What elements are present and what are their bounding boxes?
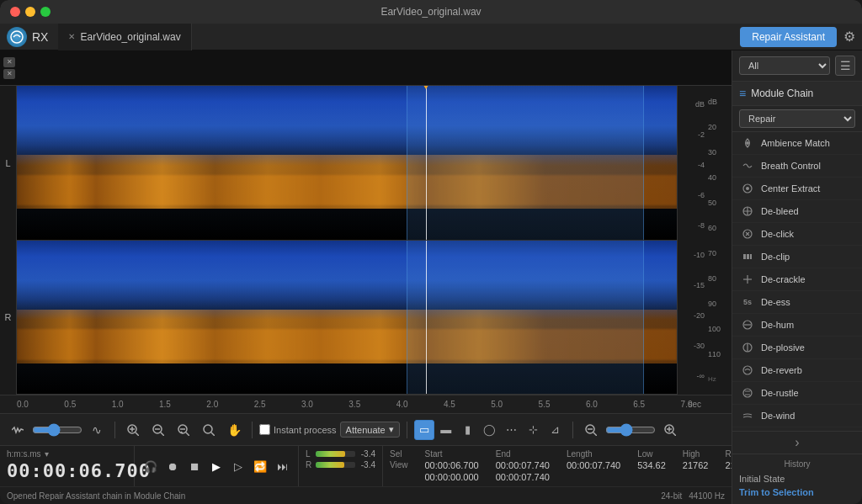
zoom-in-right[interactable] [659, 419, 681, 441]
svg-line-6 [161, 432, 164, 436]
record-btn[interactable]: ⏺ [163, 457, 182, 475]
more-button[interactable]: › [732, 431, 862, 454]
db-tick-10: -10 [679, 251, 705, 259]
right-panel: All ☰ ≡ Module Chain Repair Ambience Mat… [732, 50, 862, 504]
zoom-fit-btn[interactable] [173, 419, 194, 441]
module-item-de-ess[interactable]: 5s De-ess [732, 291, 862, 314]
hand-tool-btn[interactable]: ✋ [223, 419, 245, 441]
zoom-slider-right[interactable] [605, 423, 656, 437]
module-chain-header[interactable]: ≡ Module Chain [732, 82, 862, 106]
de-clip-label: De-clip [761, 252, 790, 262]
start-label: Start [425, 449, 479, 459]
svg-line-18 [673, 432, 676, 436]
attenuate-dropdown[interactable]: Attenuate ▾ [340, 422, 400, 438]
zoom-out-right[interactable] [580, 419, 602, 441]
titlebar: EarVideo_original.wav [0, 0, 862, 24]
zoom-in-btn[interactable] [122, 419, 144, 441]
headphone-btn[interactable]: 🎧 [141, 457, 160, 475]
minimize-button[interactable] [25, 7, 35, 17]
repair-assistant-button[interactable]: Repair Assistant [740, 27, 837, 47]
file-tab[interactable]: ✕ EarVideo_original.wav [58, 24, 191, 50]
toolbar: ∿ ✋ Instant process Attenuate ▾ [0, 413, 732, 445]
de-plosive-label: De-plosive [761, 342, 805, 353]
svg-point-23 [746, 187, 749, 190]
module-chain-label: Module Chain [751, 88, 813, 99]
waves-btn[interactable]: ∿ [86, 419, 108, 441]
play-selection-btn[interactable]: ▷ [229, 457, 247, 475]
tick-0: 0.0 [17, 400, 64, 409]
spectrogram-channel-l[interactable] [17, 86, 677, 241]
svg-point-0 [11, 31, 23, 43]
close-button[interactable] [10, 7, 20, 17]
zoom-freq-btn[interactable] [198, 419, 220, 441]
hz-label: Hz [708, 375, 730, 383]
loop-btn[interactable]: 🔁 [251, 457, 269, 475]
overview-ctrl-bottom[interactable]: ✕ [3, 69, 15, 79]
history-item-initial[interactable]: Initial State [739, 472, 855, 485]
play-btn[interactable]: ▶ [207, 457, 226, 475]
overview-ctrl-top[interactable]: ✕ [3, 57, 15, 67]
zoom-out-btn[interactable] [147, 419, 169, 441]
transport-controls: 🎧 ⏺ ⏹ ▶ ▷ 🔁 ⏭ [135, 446, 299, 486]
selection-tools: ▭ ▬ ▮ ◯ ⋯ ⊹ ⊿ [414, 420, 566, 440]
tab-close-icon[interactable]: ✕ [68, 32, 75, 41]
panel-menu-button[interactable]: ☰ [835, 56, 855, 76]
db-tick-30: -30 [679, 342, 705, 350]
info-col-length: Length 00:00:07.740 [567, 449, 620, 470]
module-item-de-crackle[interactable]: De-crackle [732, 268, 862, 291]
module-item-de-hum[interactable]: De-hum [732, 314, 862, 337]
magic-wand-tool[interactable]: ⊿ [545, 420, 566, 440]
module-item-breath-control[interactable]: Breath Control [732, 155, 862, 178]
de-wind-icon [741, 409, 754, 422]
window-controls[interactable] [10, 7, 51, 17]
skip-btn[interactable]: ⏭ [273, 457, 291, 475]
module-item-de-wind[interactable]: De-wind [732, 405, 862, 427]
db-tick-4: -4 [679, 161, 705, 169]
rect-select-tool[interactable]: ▭ [414, 420, 434, 440]
ambience-match-icon [741, 136, 754, 150]
levels-area: L -3.4 R -3.4 [299, 446, 383, 486]
channel-labels: L R [0, 86, 17, 395]
panel-filter-select[interactable]: All [739, 56, 830, 75]
stop-btn[interactable]: ⏹ [185, 457, 204, 475]
maximize-button[interactable] [40, 7, 51, 17]
timecode-dropdown-icon[interactable]: ▾ [45, 449, 49, 459]
waveform-btn[interactable] [7, 419, 29, 441]
de-ess-icon: 5s [741, 295, 754, 309]
instant-process-checkbox[interactable] [259, 424, 270, 435]
separator-3 [407, 422, 407, 438]
brush-tool[interactable]: ⊹ [524, 420, 544, 440]
freq-select-tool[interactable]: ▮ [458, 420, 478, 440]
breath-control-label: Breath Control [761, 161, 821, 171]
hz-40: 40 [708, 173, 730, 182]
module-item-center-extract[interactable]: Center Extract [732, 178, 862, 200]
lasso-tool[interactable]: ◯ [480, 420, 500, 440]
info-col-freq: Low 534.62 [637, 449, 666, 470]
app-name: RX [32, 30, 48, 44]
de-clip-icon [741, 250, 754, 263]
module-item-de-clip[interactable]: De-clip [732, 246, 862, 268]
module-item-de-plosive[interactable]: De-plosive [732, 337, 862, 359]
svg-point-38 [743, 389, 752, 397]
settings-icon[interactable]: ⚙ [843, 29, 855, 45]
svg-line-2 [136, 432, 139, 436]
history-item-trim[interactable]: Trim to Selection [739, 485, 855, 499]
spectrogram-channel-r[interactable] [17, 241, 677, 395]
module-item-de-reverb[interactable]: De-reverb [732, 359, 862, 382]
timecode-format-label: h:m:s.ms [7, 449, 41, 459]
de-hum-icon [741, 318, 754, 332]
spectrogram-container[interactable]: L R [0, 86, 732, 395]
tick-40: 4.0 [396, 400, 444, 409]
module-item-de-rustle[interactable]: De-rustle [732, 382, 862, 405]
zoom-slider-left[interactable] [32, 423, 82, 437]
module-item-de-bleed[interactable]: De-bleed [732, 200, 862, 223]
bottom-bar: h:m:s.ms ▾ 00:00:06.700 🎧 ⏺ ⏹ ▶ ▷ 🔁 ⏭ [0, 445, 732, 504]
time-select-tool[interactable]: ▬ [436, 420, 456, 440]
separator-4 [572, 422, 573, 438]
module-item-de-click[interactable]: De-click [732, 223, 862, 246]
repair-category-select[interactable]: Repair [739, 109, 855, 128]
de-reverb-label: De-reverb [761, 365, 802, 375]
timecode-value: 00:00:06.700 [7, 460, 127, 481]
module-item-ambience-match[interactable]: Ambience Match [732, 132, 862, 155]
harmonic-tool[interactable]: ⋯ [502, 420, 522, 440]
